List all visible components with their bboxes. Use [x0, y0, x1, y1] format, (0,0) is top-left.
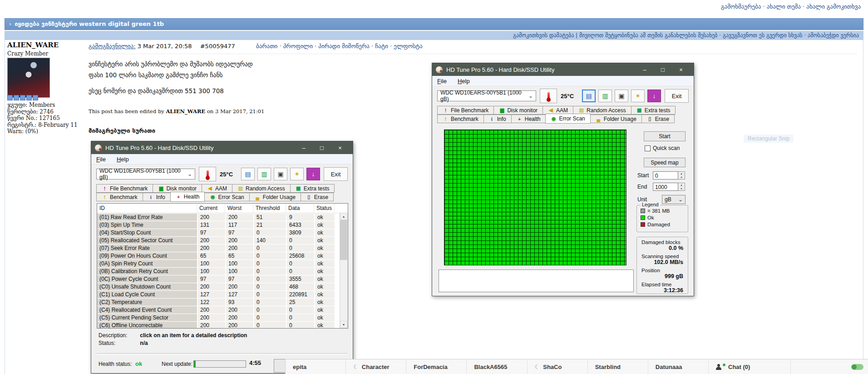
chat-tab-starblind[interactable]: Starblind	[588, 359, 648, 374]
scan-end-stepper[interactable]: ▲ ▼	[678, 183, 685, 191]
table-scrollbar[interactable]: ▲ ▼	[340, 213, 348, 328]
column-header-id[interactable]: ID	[97, 204, 197, 213]
copy-button[interactable]: ▤	[582, 90, 596, 102]
drive-select[interactable]: WDC WD10EARS-00Y5B1 (1000 gB) ⌄	[437, 90, 536, 101]
exit-button[interactable]: Exit	[665, 89, 689, 103]
exit-button[interactable]: Exit	[324, 167, 348, 181]
table-row[interactable]: (09) Power On Hours Count6565025608ok	[97, 252, 348, 259]
table-row[interactable]: (0B) Calibration Retry Count10010000ok	[97, 267, 348, 275]
spin-up-icon[interactable]: ▲	[678, 172, 685, 175]
close-button[interactable]: ×	[672, 66, 690, 73]
scroll-up-icon[interactable]: ▲	[340, 213, 347, 220]
tab-erase[interactable]: ▯Erase	[301, 193, 334, 201]
table-row[interactable]: (C2) Temperature12293025ok	[97, 298, 348, 306]
start-scan-button[interactable]: Start	[644, 131, 686, 141]
table-row[interactable]: (C0) Unsafe Shutdown Count2002000468ok	[97, 283, 348, 290]
table-row[interactable]: (04) Start/Stop Count979703809ok	[97, 229, 348, 236]
scrollbar-thumb[interactable]	[340, 220, 347, 260]
minimize-button[interactable]: –	[636, 66, 654, 73]
column-header-worst[interactable]: Worst	[225, 204, 253, 213]
screenshot-button[interactable]: ▣	[274, 168, 287, 180]
tab-error-scan[interactable]: ◉Error Scan	[204, 193, 249, 201]
scroll-down-icon[interactable]: ▼	[340, 321, 347, 328]
menu-file[interactable]: File	[437, 78, 447, 85]
menu-help[interactable]: Help	[117, 156, 129, 163]
scan-start-stepper[interactable]: ▲ ▼	[678, 171, 685, 180]
tab-benchmark[interactable]: !Benchmark	[96, 193, 143, 201]
table-row[interactable]: (C4) Reallocated Event Count20020000ok	[97, 306, 348, 314]
copy-button[interactable]: ▤	[241, 168, 255, 180]
drive-select[interactable]: WDC WD10EARS-00Y5B1 (1000 gB) ⌄	[96, 169, 195, 180]
quick-scan-checkbox[interactable]	[645, 145, 651, 151]
copy-image-button[interactable]: ▥	[598, 90, 612, 102]
column-header-current[interactable]: Current	[197, 204, 225, 213]
unit-select[interactable]: gB ⌄	[662, 195, 686, 204]
minimize-button[interactable]: –	[295, 145, 313, 151]
tab-disk-monitor[interactable]: ▆Disk monitor	[493, 106, 543, 115]
table-row[interactable]: (05) Reallocated Sector Count2002001400o…	[97, 236, 348, 244]
smart-table[interactable]: IDCurrentWorstThresholdDataStatus (01) R…	[97, 203, 348, 329]
tab-info[interactable]: iInfo	[483, 115, 512, 123]
table-row[interactable]: (0A) Spin Retry Count10010000ok	[97, 259, 348, 267]
scan-end-input[interactable]: 1000	[653, 183, 678, 191]
table-row[interactable]: (C5) Current Pending Sector20020000ok	[97, 314, 348, 321]
menu-help[interactable]: Help	[458, 78, 470, 85]
tab-folder-usage[interactable]: ▄Folder Usage	[590, 115, 642, 123]
tab-extra-tests[interactable]: ▦Extra tests	[631, 106, 676, 115]
spin-up-icon[interactable]: ▲	[678, 183, 685, 187]
tab-erase[interactable]: ▯Erase	[641, 115, 675, 123]
menu-file[interactable]: File	[96, 156, 106, 163]
table-row[interactable]: (C6) Offline Uncorrectable20020000ok	[97, 321, 348, 329]
forum-top-links[interactable]: გამოხმაურება · ახალი თემა · ახალი გამოკი…	[721, 3, 861, 10]
chat-tab-datunaaa[interactable]: Datunaaa	[648, 359, 709, 374]
avatar[interactable]	[7, 58, 50, 98]
chat-tab-epita[interactable]: epita	[286, 359, 346, 374]
column-header-status[interactable]: Status	[314, 204, 335, 213]
tab-folder-usage[interactable]: ▄Folder Usage	[249, 193, 301, 201]
close-button[interactable]: ×	[331, 145, 349, 151]
post-header-links[interactable]: ბარათი · პროფილი · პირადი მიმოწერა · ჩატ…	[256, 43, 423, 50]
table-row[interactable]: (C1) Load Cycle Count1271270220891ok	[97, 290, 348, 298]
maximize-button[interactable]: □	[654, 66, 672, 73]
tab-benchmark[interactable]: !Benchmark	[437, 115, 484, 123]
chat-toggle-tab[interactable]: Chat (0)	[709, 359, 791, 374]
window-titlebar[interactable]: HD Tune Pro 5.60 - Hard Disk/SSD Utility…	[432, 63, 694, 76]
posted-link[interactable]: გამოგზავნილია:	[89, 43, 136, 50]
tab-file-benchmark[interactable]: !File Benchmark	[437, 106, 494, 115]
chat-online-toggle[interactable]	[851, 364, 863, 370]
spin-down-icon[interactable]: ▼	[678, 175, 685, 179]
scan-start-input[interactable]: 0	[653, 171, 678, 180]
tab-info[interactable]: iInfo	[143, 193, 171, 201]
save-button[interactable]: ↓	[647, 90, 661, 102]
speed-map-button[interactable]: Speed map	[644, 158, 686, 167]
screenshot-button[interactable]: ▣	[615, 90, 628, 102]
table-row[interactable]: (03) Spin Up Time131117216433ok	[97, 221, 348, 229]
temperature-button[interactable]	[540, 89, 557, 103]
tab-health[interactable]: +Health	[511, 115, 546, 123]
temperature-button[interactable]	[199, 167, 216, 181]
tab-health[interactable]: +Health	[170, 192, 205, 202]
table-row[interactable]: (01) Raw Read Error Rate200200519ok	[97, 213, 348, 221]
chat-tab-fordemacia[interactable]: ForDemacia	[406, 359, 467, 374]
tab-extra-tests[interactable]: ▦Extra tests	[290, 184, 335, 193]
chat-tab-blacka6565[interactable]: BlackA6565	[467, 359, 527, 374]
chat-tab-shaco[interactable]: ☾ShaCo	[528, 359, 588, 374]
column-header-threshold[interactable]: Threshold	[253, 204, 286, 213]
table-row[interactable]: (0C) Power Cycle Count979703555ok	[97, 275, 348, 283]
window-titlebar[interactable]: HD Tune Pro 5.60 - Hard Disk/SSD Utility…	[91, 141, 353, 154]
tab-error-scan[interactable]: ◉Error Scan	[545, 114, 590, 124]
tab-aam[interactable]: ◀AAM	[202, 184, 232, 193]
post-author[interactable]: ALIEN_WARE	[7, 41, 59, 49]
chat-tab-character[interactable]: ☾Character	[346, 359, 406, 374]
topic-action-links[interactable]: გამოკითხვის დამატება | მივიღოთ შეტყობინე…	[5, 31, 863, 40]
save-button[interactable]: ↓	[306, 168, 320, 180]
table-row[interactable]: (07) Seek Error Rate20020000ok	[97, 244, 348, 252]
tab-random-access[interactable]: ▨Random Access	[232, 184, 291, 193]
acoustic-button[interactable]: ✶	[290, 168, 304, 180]
acoustic-button[interactable]: ✶	[631, 90, 645, 102]
column-header-data[interactable]: Data	[286, 204, 314, 213]
maximize-button[interactable]: □	[313, 145, 331, 151]
spin-down-icon[interactable]: ▼	[678, 187, 685, 190]
tab-file-benchmark[interactable]: !File Benchmark	[96, 184, 153, 193]
copy-image-button[interactable]: ▥	[257, 168, 271, 180]
